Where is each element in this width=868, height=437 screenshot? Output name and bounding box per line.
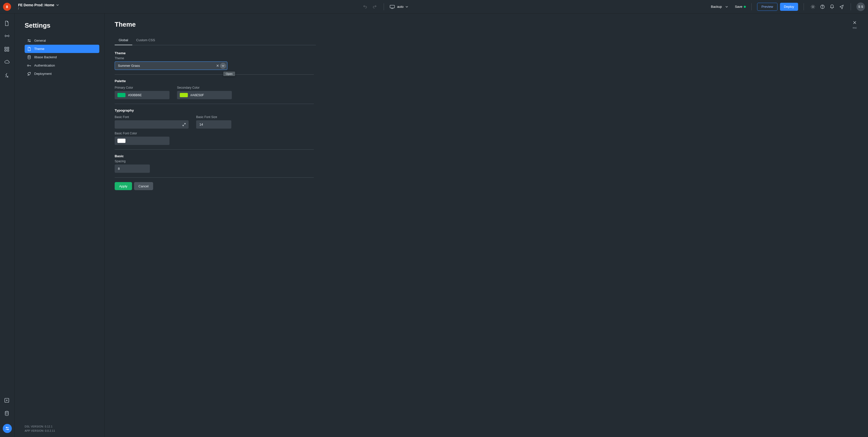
theme-mode-icon[interactable] bbox=[809, 3, 816, 10]
page-title: Theme bbox=[115, 21, 136, 28]
basic-font-color-label: Basic Font Color bbox=[115, 132, 314, 135]
theme-tabs: Global Custom CSS bbox=[115, 35, 316, 45]
tab-global[interactable]: Global bbox=[115, 35, 132, 45]
backup-chevron-down-icon bbox=[725, 6, 728, 7]
svg-point-12 bbox=[5, 411, 8, 412]
theme-select-toggle[interactable] bbox=[220, 63, 226, 69]
basic-font-input[interactable] bbox=[115, 120, 189, 129]
project-block: FE Demo Prod: Home / bbox=[18, 3, 59, 10]
logo-icon[interactable]: 8 bbox=[3, 3, 11, 11]
svg-point-4 bbox=[6, 36, 6, 36]
close-panel-button[interactable]: esc bbox=[852, 21, 857, 29]
svg-point-18 bbox=[27, 65, 29, 66]
sidebar-item-backend[interactable]: 8base Backend bbox=[25, 53, 99, 61]
save-status[interactable]: Save bbox=[735, 5, 746, 8]
cancel-button[interactable]: Cancel bbox=[134, 182, 153, 190]
svg-rect-10 bbox=[7, 50, 9, 51]
theme-select[interactable] bbox=[115, 62, 227, 70]
device-mode-label: auto bbox=[397, 5, 403, 8]
esc-label: esc bbox=[852, 26, 857, 29]
svg-point-1 bbox=[812, 6, 814, 7]
primary-color-swatch bbox=[117, 93, 125, 97]
svg-rect-0 bbox=[390, 5, 395, 8]
avatar[interactable]: S S bbox=[857, 2, 865, 11]
theme-field-label: Theme bbox=[115, 57, 314, 60]
section-palette-heading: Palette bbox=[115, 79, 314, 83]
svg-point-16 bbox=[30, 41, 30, 42]
device-mode-selector[interactable]: auto bbox=[390, 5, 408, 9]
theme-select-value[interactable] bbox=[117, 64, 216, 68]
svg-point-17 bbox=[28, 55, 30, 56]
project-name: FE Demo Prod: Home bbox=[18, 3, 54, 7]
backup-dropdown[interactable]: Backup bbox=[711, 5, 728, 8]
theme-select-clear-icon[interactable] bbox=[216, 64, 219, 67]
svg-point-6 bbox=[7, 36, 8, 36]
undo-icon[interactable] bbox=[362, 3, 369, 10]
breadcrumb: / bbox=[18, 7, 59, 10]
sidebar-item-label: Authentication bbox=[34, 64, 55, 67]
spacing-value[interactable] bbox=[117, 167, 161, 171]
redo-icon[interactable] bbox=[371, 3, 378, 10]
main-panel: Theme esc Global Custom CSS Theme Theme bbox=[104, 13, 868, 437]
save-status-dot-icon bbox=[744, 6, 746, 8]
secondary-color-input[interactable]: #A6E50F bbox=[177, 91, 232, 99]
project-chevron-down-icon[interactable] bbox=[56, 4, 59, 6]
tab-custom-css[interactable]: Custom CSS bbox=[132, 35, 159, 45]
apply-button[interactable]: Apply bbox=[115, 182, 132, 190]
version-info: DSL VERSION: 0.12.1 APP VERSION: 0.0.2.1… bbox=[25, 425, 99, 433]
rail-data-icon[interactable] bbox=[4, 411, 10, 417]
primary-color-label: Primary Color bbox=[115, 86, 169, 90]
svg-rect-8 bbox=[7, 47, 9, 49]
rail-cloud-icon[interactable] bbox=[4, 60, 10, 66]
sidebar-item-label: 8base Backend bbox=[34, 55, 57, 59]
svg-rect-7 bbox=[5, 47, 6, 49]
dsl-version: DSL VERSION: 0.12.1 bbox=[25, 425, 99, 429]
settings-sidebar: Settings General Theme 8base Backend Aut… bbox=[14, 13, 104, 437]
basic-font-color-swatch bbox=[117, 139, 125, 143]
svg-point-14 bbox=[7, 429, 8, 430]
primary-color-value: #00BB6E bbox=[128, 93, 142, 97]
rail-assets-icon[interactable] bbox=[4, 398, 10, 404]
sidebar-item-label: Deployment bbox=[34, 72, 52, 76]
spacing-label: Spacing bbox=[115, 160, 314, 163]
rail-components-icon[interactable] bbox=[4, 47, 10, 53]
notifications-icon[interactable] bbox=[829, 3, 836, 10]
backup-label: Backup bbox=[711, 5, 722, 8]
svg-point-13 bbox=[6, 427, 7, 428]
app-version: APP VERSION: 0.0.2.11 bbox=[25, 429, 99, 433]
basic-font-size-input[interactable] bbox=[196, 120, 231, 129]
basic-font-color-input[interactable] bbox=[115, 137, 169, 145]
primary-color-input[interactable]: #00BB6E bbox=[115, 91, 169, 99]
left-rail bbox=[0, 13, 14, 437]
sidebar-item-authentication[interactable]: Authentication bbox=[25, 61, 99, 70]
sidebar-item-deployment[interactable]: Deployment bbox=[25, 70, 99, 78]
basic-font-label: Basic Font bbox=[115, 115, 189, 119]
help-icon[interactable] bbox=[819, 3, 826, 10]
rail-pages-icon[interactable] bbox=[4, 21, 10, 27]
basic-font-size-value[interactable] bbox=[199, 122, 242, 127]
close-icon bbox=[852, 21, 857, 25]
share-icon[interactable] bbox=[838, 3, 845, 10]
settings-title: Settings bbox=[25, 22, 99, 29]
sidebar-item-theme[interactable]: Theme bbox=[25, 45, 99, 53]
top-bar: 8 FE Demo Prod: Home / auto Backup Save bbox=[0, 0, 868, 13]
svg-point-3 bbox=[822, 7, 823, 8]
sidebar-item-label: General bbox=[34, 39, 46, 42]
expand-icon[interactable] bbox=[182, 123, 186, 126]
svg-point-5 bbox=[7, 36, 7, 36]
deploy-button[interactable]: Deploy bbox=[780, 3, 798, 11]
rail-state-icon[interactable] bbox=[4, 34, 10, 40]
avatar-initials: S S bbox=[858, 5, 863, 8]
open-tooltip: Open bbox=[223, 72, 235, 76]
sidebar-item-general[interactable]: General bbox=[25, 36, 99, 45]
spacing-input[interactable] bbox=[115, 165, 150, 173]
section-typography-heading: Typography bbox=[115, 108, 314, 112]
basic-font-size-label: Basic Font Size bbox=[196, 115, 231, 119]
secondary-color-value: #A6E50F bbox=[190, 93, 204, 97]
preview-button[interactable]: Preview bbox=[757, 3, 777, 11]
section-theme-heading: Theme bbox=[115, 51, 314, 55]
rail-settings-fab[interactable] bbox=[3, 424, 12, 433]
sidebar-item-label: Theme bbox=[34, 47, 44, 51]
svg-rect-9 bbox=[5, 50, 6, 51]
rail-functions-icon[interactable] bbox=[4, 73, 10, 79]
